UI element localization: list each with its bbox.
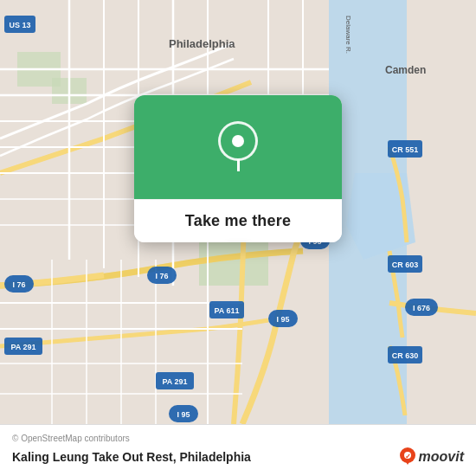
bottom-bar: © OpenStreetMap contributors Kaling Leun… [0, 424, 476, 476]
svg-text:CR 630: CR 630 [392, 351, 419, 360]
location-name: Kaling Leung Take Out Rest, Philadelphia [12, 450, 251, 464]
svg-text:✓: ✓ [404, 453, 410, 460]
popup-header [134, 95, 342, 199]
location-pin [216, 121, 260, 173]
svg-text:Delaware R.: Delaware R. [344, 16, 352, 54]
svg-text:I 95: I 95 [276, 315, 289, 324]
svg-text:I 676: I 676 [413, 304, 430, 312]
popup-card: Take me there [134, 95, 342, 242]
pin-inner [232, 135, 244, 147]
map-attribution: © OpenStreetMap contributors [12, 434, 464, 443]
svg-text:PA 611: PA 611 [214, 306, 239, 315]
pin-circle [218, 121, 258, 161]
svg-text:I 76: I 76 [12, 280, 25, 289]
moovit-pin-icon: ✓ [398, 446, 417, 468]
take-me-there-button[interactable]: Take me there [185, 212, 291, 230]
svg-text:US 13: US 13 [9, 21, 30, 29]
moovit-label: moovit [419, 449, 464, 465]
pin-tail [237, 159, 240, 171]
svg-text:CR 551: CR 551 [392, 145, 419, 154]
svg-text:PA 291: PA 291 [162, 377, 187, 386]
svg-text:PA 291: PA 291 [10, 343, 35, 351]
location-info: Kaling Leung Take Out Rest, Philadelphia… [12, 446, 464, 468]
svg-text:Camden: Camden [385, 64, 426, 76]
popup-button-area: Take me there [134, 199, 342, 242]
svg-text:CR 603: CR 603 [392, 261, 419, 269]
svg-text:Philadelphia: Philadelphia [169, 37, 235, 50]
map-container: Philadelphia Camden Delaware R. US 13 I … [0, 0, 476, 424]
svg-text:I 95: I 95 [177, 410, 190, 419]
svg-text:I 76: I 76 [155, 272, 168, 280]
moovit-logo: ✓ moovit [398, 446, 464, 468]
